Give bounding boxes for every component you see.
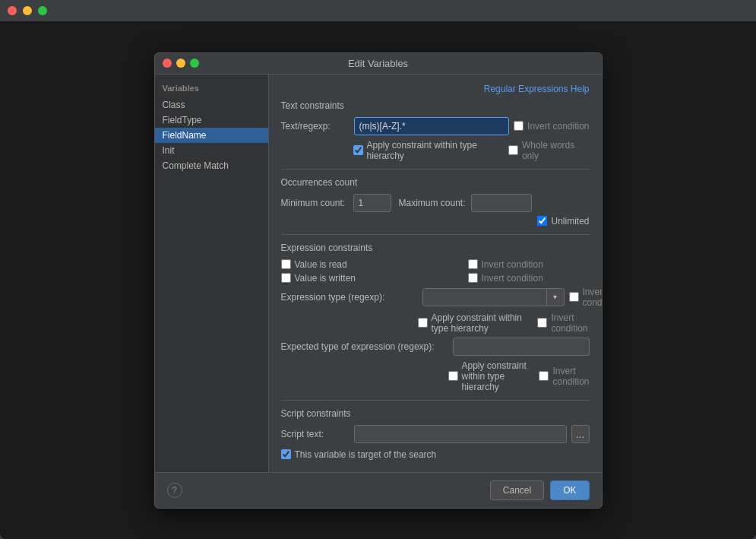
variables-panel: Variables Class FieldType FieldName Init…	[155, 75, 269, 472]
help-link[interactable]: Regular Expressions Help	[281, 84, 590, 94]
dialog-title-bar: Edit Variables	[155, 53, 602, 75]
invert-expected-type-label: Invert condition	[552, 366, 589, 387]
divider-1	[281, 169, 590, 170]
target-checkbox-row: This variable is target of the search	[281, 449, 590, 460]
divider-3	[281, 400, 590, 401]
apply-expected-type-row: Apply constraint within type hierarchy I…	[281, 360, 590, 392]
dialog-overlay: Edit Variables Variables Class FieldType…	[0, 21, 756, 539]
min-count-input[interactable]	[353, 194, 391, 212]
max-count-input[interactable]	[471, 194, 532, 212]
invert-expression-type-row: Invert condition	[569, 287, 602, 308]
value-is-read-left: Value is read	[281, 259, 460, 270]
dialog-title: Edit Variables	[348, 58, 408, 69]
text-constraints-section: Text constraints Text/regexp: Invert con…	[281, 100, 590, 161]
value-is-written-right: Invert condition	[468, 273, 590, 284]
close-button[interactable]	[8, 6, 17, 15]
apply-expected-type-checkbox[interactable]	[448, 371, 458, 381]
value-is-read-row: Value is read Invert condition	[281, 259, 590, 270]
apply-constraint-row: Apply constraint within type hierarchy W…	[281, 140, 590, 161]
expected-type-input[interactable]	[453, 338, 590, 356]
maximize-button[interactable]	[38, 6, 47, 15]
footer-left: ?	[167, 483, 182, 498]
script-text-row: Script text: ...	[281, 425, 590, 443]
expression-constraints-section: Expression constraints Value is read Inv…	[281, 243, 590, 392]
minimize-button[interactable]	[23, 6, 32, 15]
apply-type-hierarchy-label: Apply constraint within type hierarchy	[432, 312, 530, 334]
text-regexp-label: Text/regexp:	[281, 121, 350, 132]
invert-apply-type-hierarchy-row: Invert condition	[537, 312, 589, 334]
apply-type-hierarchy-row: Apply constraint within type hierarchy I…	[281, 312, 590, 334]
value-is-written-checkbox[interactable]	[281, 273, 291, 283]
text-constraints-label: Text constraints	[281, 100, 590, 111]
value-is-written-left: Value is written	[281, 273, 460, 284]
whole-words-checkbox[interactable]	[508, 145, 518, 155]
dialog-max-button[interactable]	[190, 59, 199, 68]
invert-condition-1-label: Invert condition	[527, 121, 589, 132]
max-count-field: Maximum count:	[399, 194, 532, 212]
target-checkbox[interactable]	[281, 449, 291, 459]
text-regexp-input[interactable]	[354, 117, 510, 135]
invert-condition-1-checkbox[interactable]	[514, 121, 524, 131]
apply-type-hierarchy-checkbox-row: Apply constraint within type hierarchy	[418, 312, 530, 334]
apply-expected-type-checkbox-row: Apply constraint within type hierarchy	[448, 360, 532, 392]
apply-constraint-label: Apply constraint within type hierarchy	[367, 140, 508, 161]
occurrences-row: Minimum count: Maximum count:	[281, 194, 590, 212]
form-panel: Regular Expressions Help Text constraint…	[269, 75, 602, 472]
whole-words-label: Whole words only	[522, 140, 590, 161]
script-constraints-section: Script constraints Script text: ...	[281, 408, 590, 443]
min-count-field: Minimum count:	[281, 194, 391, 212]
invert-value-is-read-label: Invert condition	[482, 259, 543, 270]
occurrences-label: Occurrences count	[281, 177, 590, 188]
invert-expression-type-label: Invert condition	[583, 287, 602, 308]
expression-type-dropdown[interactable]: ▾	[546, 288, 565, 306]
divider-2	[281, 234, 590, 235]
script-text-label: Script text:	[281, 429, 350, 439]
apply-constraint-checkbox[interactable]	[353, 145, 363, 155]
edit-variables-dialog: Edit Variables Variables Class FieldType…	[154, 52, 603, 509]
min-count-label: Minimum count:	[281, 198, 350, 208]
script-browse-button[interactable]: ...	[571, 425, 590, 443]
variable-complete-match[interactable]: Complete Match	[155, 158, 268, 173]
invert-apply-type-hierarchy-checkbox[interactable]	[537, 318, 547, 328]
invert-value-is-written-checkbox[interactable]	[468, 273, 478, 283]
variable-init[interactable]: Init	[155, 143, 268, 158]
expression-constraints-label: Expression constraints	[281, 243, 590, 253]
variable-fieldname[interactable]: FieldName	[155, 128, 268, 143]
dialog-body: Variables Class FieldType FieldName Init…	[155, 75, 602, 472]
invert-apply-type-hierarchy-label: Invert condition	[551, 312, 589, 334]
expression-type-input[interactable]	[422, 288, 547, 306]
dialog-min-button[interactable]	[176, 59, 185, 68]
apply-type-hierarchy-checkbox[interactable]	[418, 318, 428, 328]
unlimited-checkbox[interactable]	[537, 216, 547, 226]
whole-words-row: Whole words only	[508, 140, 590, 161]
cancel-button[interactable]: Cancel	[490, 480, 544, 500]
invert-expected-type-row: Invert condition	[539, 366, 589, 387]
max-count-label: Maximum count:	[399, 198, 467, 208]
dialog-traffic-lights	[163, 59, 199, 68]
unlimited-row: Unlimited	[281, 216, 590, 227]
apply-constraint-checkbox-row: Apply constraint within type hierarchy	[353, 140, 508, 161]
dialog-close-button[interactable]	[163, 59, 172, 68]
expression-type-label: Expression type (regexp):	[281, 292, 418, 303]
variable-class[interactable]: Class	[155, 97, 268, 113]
invert-expression-type-checkbox[interactable]	[569, 292, 579, 302]
dialog-footer: ? Cancel OK	[155, 472, 602, 508]
unlimited-label: Unlimited	[551, 216, 589, 227]
invert-value-is-read-checkbox[interactable]	[468, 259, 478, 269]
target-label: This variable is target of the search	[295, 449, 437, 460]
dialog-help-icon[interactable]: ?	[167, 483, 182, 498]
ok-button[interactable]: OK	[550, 480, 589, 500]
value-is-written-row: Value is written Invert condition	[281, 273, 590, 284]
variables-header: Variables	[155, 81, 268, 97]
variable-fieldtype[interactable]: FieldType	[155, 113, 268, 128]
invert-value-is-written-label: Invert condition	[482, 273, 543, 284]
invert-expected-type-checkbox[interactable]	[539, 371, 549, 381]
script-text-input[interactable]	[354, 425, 567, 443]
occurrences-section: Occurrences count Minimum count: Maximum…	[281, 177, 590, 227]
expression-type-input-group: ▾	[422, 288, 565, 306]
expression-type-row: Expression type (regexp): ▾ Invert condi…	[281, 287, 590, 308]
value-is-read-right: Invert condition	[468, 259, 590, 270]
value-is-read-checkbox[interactable]	[281, 259, 291, 269]
ide-area: Edit Variables Variables Class FieldType…	[0, 21, 756, 539]
expected-type-label: Expected type of expression (regexp):	[281, 341, 448, 352]
